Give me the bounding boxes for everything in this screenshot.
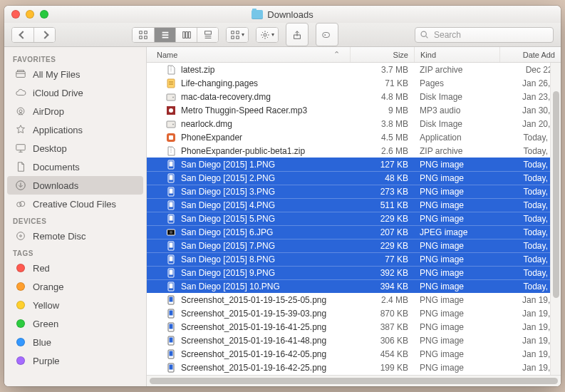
column-header-kind[interactable]: Kind (414, 47, 499, 62)
file-row[interactable]: latest.zip3.7 MBZIP archiveDec 22, (147, 63, 561, 76)
sidebar-item-downloads[interactable]: Downloads (7, 176, 143, 195)
png-file-icon (165, 172, 177, 184)
vertical-scrollbar[interactable] (550, 63, 561, 375)
column-header-name[interactable]: Name ⌃ (151, 50, 350, 59)
svg-rect-63 (170, 296, 173, 301)
png-file-icon (165, 349, 177, 360)
file-row[interactable]: PhoneExpander4.5 MBApplicationToday, 1 (147, 130, 561, 144)
file-row[interactable]: Screenshot_2015-01-19-15-25-05.png2.4 MB… (147, 293, 561, 306)
file-name: San Diego [2015] 2.PNG (181, 173, 275, 183)
grid-icon (138, 30, 148, 40)
remote-disc-icon (14, 230, 27, 242)
file-size: 392 KB (350, 268, 414, 278)
horizontal-scrollbar[interactable] (147, 375, 561, 386)
file-size: 394 KB (350, 282, 414, 292)
sidebar-item-blue[interactable]: Blue (7, 333, 143, 351)
vertical-scroll-thumb[interactable] (553, 91, 559, 298)
folder-icon (252, 10, 263, 19)
file-size: 77 KB (350, 254, 414, 264)
arrange-button[interactable]: ▾ (227, 28, 248, 42)
share-button[interactable] (286, 23, 309, 46)
svg-rect-0 (140, 31, 142, 33)
file-name-cell: San Diego [2015] 1.PNG (148, 159, 350, 170)
sidebar[interactable]: Favorites All My FilesiCloud DriveAirDro… (4, 47, 147, 386)
svg-point-30 (20, 201, 25, 206)
file-size: 4.8 MB (350, 92, 414, 102)
file-size: 207 KB (350, 227, 414, 237)
sidebar-item-label: Red (33, 263, 50, 274)
file-row[interactable]: Life-changing.pages71 KBPagesJan 26, : (147, 76, 561, 90)
sidebar-item-airdrop[interactable]: AirDrop (7, 102, 143, 120)
sidebar-item-yellow[interactable]: Yellow (7, 296, 143, 314)
column-header-date[interactable]: Date Add (499, 47, 561, 62)
file-row[interactable]: Metro Thuggin-Speed Racer.mp39 MBMP3 aud… (147, 103, 561, 117)
sidebar-item-applications[interactable]: Applications (7, 120, 143, 139)
list-view-button[interactable] (154, 28, 175, 42)
file-row[interactable]: San Diego [2015] 2.PNG48 KBPNG imageToda… (147, 171, 561, 185)
file-name-cell: San Diego [2015] 4.PNG (148, 200, 350, 211)
file-row[interactable]: Screenshot_2015-01-19-16-42-05.png454 KB… (147, 347, 561, 361)
file-list[interactable]: latest.zip3.7 MBZIP archiveDec 22,Life-c… (147, 63, 561, 375)
file-row[interactable]: San Diego [2015] 9.PNG392 KBPNG imageTod… (147, 266, 561, 279)
sidebar-item-orange[interactable]: Orange (7, 277, 143, 296)
file-row[interactable]: San Diego [2015] 3.PNG273 KBPNG imageTod… (147, 185, 561, 198)
horizontal-scroll-thumb[interactable] (150, 378, 558, 384)
file-row[interactable]: San Diego [2015] 6.JPG207 KBJPEG imageTo… (147, 225, 561, 239)
file-row[interactable]: nearlock.dmg3.8 MBDisk ImageJan 20, : (147, 117, 561, 130)
file-row[interactable]: San Diego [2015] 8.PNG77 KBPNG imageToda… (147, 252, 561, 266)
file-row[interactable]: San Diego [2015] 1.PNG127 KBPNG imageTod… (147, 158, 561, 171)
tags-button[interactable] (316, 23, 338, 46)
sidebar-item-green[interactable]: Green (7, 314, 143, 333)
zoom-button[interactable] (40, 10, 48, 19)
column-header-size[interactable]: Size (350, 47, 414, 62)
sidebar-item-red[interactable]: Red (7, 259, 143, 277)
sidebar-section-tags: Tags (4, 245, 146, 259)
icon-view-button[interactable] (133, 28, 154, 42)
png-file-icon (165, 159, 177, 170)
search-input[interactable] (415, 27, 554, 43)
file-row[interactable]: Screenshot_2015-01-19-16-42-25.png199 KB… (147, 361, 561, 374)
svg-line-22 (426, 36, 427, 37)
file-row[interactable]: San Diego [2015] 7.PNG229 KBPNG imageTod… (147, 239, 561, 252)
dmg-file-icon (165, 91, 177, 103)
file-row[interactable]: Screenshot_2015-01-19-16-41-25.png387 KB… (147, 320, 561, 334)
svg-rect-33 (167, 79, 175, 88)
sidebar-item-purple[interactable]: Purple (7, 351, 143, 370)
chevron-left-icon (19, 31, 26, 38)
file-row[interactable]: San Diego [2015] 5.PNG229 KBPNG imageTod… (147, 212, 561, 225)
sidebar-item-desktop[interactable]: Desktop (7, 139, 143, 158)
forward-button[interactable] (33, 28, 55, 42)
search-icon (420, 30, 429, 39)
sidebar-item-icloud-drive[interactable]: iCloud Drive (7, 83, 143, 102)
applications-icon (14, 124, 27, 135)
file-row[interactable]: mac-data-recovery.dmg4.8 MBDisk ImageJan… (147, 90, 561, 103)
sidebar-item-creative-cloud-files[interactable]: Creative Cloud Files (7, 195, 143, 213)
file-name-cell: San Diego [2015] 7.PNG (148, 240, 350, 252)
sidebar-item-documents[interactable]: Documents (7, 158, 143, 176)
svg-rect-19 (323, 32, 330, 37)
minimize-button[interactable] (26, 10, 34, 19)
file-name-cell: nearlock.dmg (148, 118, 350, 130)
sidebar-item-all-my-files[interactable]: All My Files (7, 65, 143, 83)
file-kind: JPEG image (414, 227, 499, 237)
file-row[interactable]: PhoneExpander-public-beta1.zip2.6 MBZIP … (147, 144, 561, 158)
png-file-icon (165, 240, 177, 252)
sidebar-item-remote-disc[interactable]: Remote Disc (7, 227, 143, 245)
file-row[interactable]: San Diego [2015] 4.PNG511 KBPNG imageTod… (147, 198, 561, 212)
file-row[interactable]: San Diego [2015] 10.PNG394 KBPNG imageTo… (147, 279, 561, 293)
svg-rect-59 (170, 270, 173, 275)
action-button[interactable]: ▾ (256, 28, 278, 42)
close-button[interactable] (11, 10, 20, 19)
svg-rect-57 (170, 257, 173, 262)
png-file-icon (165, 362, 177, 373)
coverflow-view-button[interactable] (197, 28, 218, 42)
svg-rect-13 (232, 31, 234, 33)
sidebar-item-label: Downloads (33, 180, 78, 191)
back-button[interactable] (12, 28, 33, 42)
column-view-button[interactable] (175, 28, 197, 42)
file-name-cell: PhoneExpander (148, 132, 350, 143)
file-row[interactable]: Screenshot_2015-01-19-16-41-48.png306 KB… (147, 334, 561, 347)
file-name-cell: Life-changing.pages (148, 78, 350, 89)
file-size: 199 KB (350, 363, 414, 373)
file-row[interactable]: Screenshot_2015-01-19-15-39-03.png870 KB… (147, 306, 561, 320)
